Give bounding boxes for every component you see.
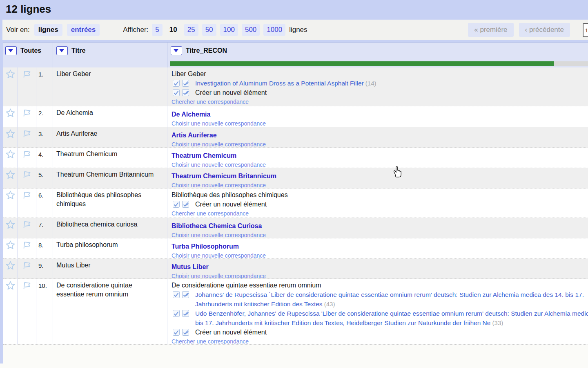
flag-cell: [18, 188, 36, 218]
flag-icon[interactable]: [22, 281, 31, 290]
flag-icon[interactable]: [22, 261, 31, 270]
match-this-checkbox[interactable]: [173, 291, 180, 298]
flag-icon[interactable]: [22, 191, 31, 200]
table-row: 8.Turba philosophorumTurba Philosophorum…: [3, 238, 588, 259]
flag-cell: [18, 238, 36, 258]
table-row: 10.De consideratione quintae essentiae r…: [3, 279, 588, 345]
page-size-500[interactable]: 500: [242, 24, 260, 36]
matched-entity-link[interactable]: Turba Philosophorum: [172, 242, 239, 251]
row-index: 2.: [36, 106, 53, 127]
star-icon[interactable]: [6, 281, 15, 290]
match-similar-checkbox[interactable]: [182, 201, 189, 208]
star-cell: [3, 127, 18, 147]
column-header-titre: Titre: [53, 43, 167, 67]
matched-entity-link[interactable]: Artis Auriferae: [172, 130, 217, 140]
matched-entity-link[interactable]: De Alchemia: [172, 110, 210, 119]
star-cell: [3, 218, 18, 238]
candidate-link[interactable]: Udo Benzenhöfer, Johannes' de Rupescissa…: [195, 310, 588, 326]
candidate-link[interactable]: Johannes' de Rupescissa `Liber de consid…: [195, 291, 584, 307]
previous-page-button[interactable]: ‹ précédente: [519, 23, 570, 37]
view-option-lignes[interactable]: lignes: [34, 24, 62, 36]
recon-cell: De consideratione quintae essentiae reru…: [167, 279, 588, 344]
match-similar-checkbox[interactable]: [182, 80, 189, 87]
match-similar-checkbox[interactable]: [182, 291, 189, 298]
match-this-checkbox[interactable]: [173, 310, 180, 317]
view-mode-options: lignesentrées: [30, 24, 100, 36]
choose-new-match-link[interactable]: Choisir une nouvelle correspondance: [172, 252, 588, 259]
create-new-item-row: Créer un nouvel élément: [172, 88, 588, 97]
table-row: 7.Bibliotheca chemica curiosaBibliotheca…: [3, 218, 588, 238]
star-icon[interactable]: [6, 240, 15, 249]
page-size-1000[interactable]: 1000: [263, 24, 285, 36]
choose-new-match-link[interactable]: Choisir une nouvelle correspondance: [172, 120, 588, 127]
search-match-link[interactable]: Chercher une correspondance: [172, 210, 588, 217]
search-match-link[interactable]: Chercher une correspondance: [172, 338, 588, 345]
view-option-entrées[interactable]: entrées: [67, 24, 100, 36]
flag-icon[interactable]: [22, 170, 31, 179]
recon-cell: Theatrum ChemicumChoisir une nouvelle co…: [167, 148, 588, 168]
choose-new-match-link[interactable]: Choisir une nouvelle correspondance: [172, 231, 588, 238]
page-size-5[interactable]: 5: [152, 24, 162, 36]
star-icon[interactable]: [6, 70, 15, 79]
match-this-checkbox[interactable]: [173, 201, 180, 208]
matched-entity-link[interactable]: Theatrum Chemicum: [172, 151, 236, 160]
page-size-25[interactable]: 25: [184, 24, 198, 36]
choose-new-match-link[interactable]: Choisir une nouvelle correspondance: [172, 161, 588, 168]
flag-icon[interactable]: [22, 150, 31, 159]
title-cell: Bibliothèque des philosophes chimiques: [53, 188, 167, 218]
match-this-checkbox[interactable]: [173, 329, 180, 336]
flag-cell: [18, 279, 36, 344]
page-size-100[interactable]: 100: [220, 24, 238, 36]
star-cell: [3, 188, 18, 218]
match-similar-checkbox[interactable]: [182, 310, 189, 317]
table-row: 3.Artis AuriferaeArtis AuriferaeChoisir …: [3, 127, 588, 148]
star-icon[interactable]: [6, 129, 15, 138]
page-size-10[interactable]: 10: [166, 24, 180, 36]
star-icon[interactable]: [6, 220, 15, 229]
matched-entity-link[interactable]: Mutus Liber: [172, 262, 209, 272]
flag-icon[interactable]: [22, 129, 31, 138]
recon-cell: De AlchemiaChoisir une nouvelle correspo…: [167, 106, 588, 127]
column-menu-button[interactable]: [171, 46, 182, 55]
choose-new-match-link[interactable]: Choisir une nouvelle correspondance: [172, 141, 588, 148]
column-menu-button[interactable]: [5, 46, 17, 55]
row-index: 10.: [36, 279, 53, 344]
candidate-text: Investigation of Aluminum Dross as a Pot…: [195, 79, 376, 88]
match-this-checkbox[interactable]: [173, 89, 180, 96]
row-index: 6.: [36, 188, 53, 218]
title-cell: Artis Auriferae: [53, 127, 167, 147]
candidate-text: Johannes' de Rupescissa `Liber de consid…: [195, 290, 588, 309]
flag-icon[interactable]: [22, 108, 31, 117]
candidate-link[interactable]: Investigation of Aluminum Dross as a Pot…: [195, 80, 364, 87]
flag-icon[interactable]: [22, 220, 31, 229]
star-icon[interactable]: [6, 170, 15, 179]
star-icon[interactable]: [6, 261, 15, 270]
search-match-link[interactable]: Chercher une correspondance: [172, 98, 588, 105]
matched-entity-link[interactable]: Bibliotheca Chemica Curiosa: [172, 221, 262, 231]
star-icon[interactable]: [6, 108, 15, 117]
match-this-checkbox[interactable]: [173, 80, 180, 87]
flag-icon[interactable]: [22, 70, 31, 79]
choose-new-match-link[interactable]: Choisir une nouvelle correspondance: [172, 272, 588, 279]
choose-new-match-link[interactable]: Choisir une nouvelle correspondance: [172, 182, 588, 188]
create-new-checkboxes: [173, 329, 192, 336]
recon-cell: Bibliotheca Chemica CuriosaChoisir une n…: [167, 218, 588, 238]
column-menu-button[interactable]: [56, 46, 68, 55]
star-cell: [3, 168, 18, 188]
mouse-cursor-hand: [392, 165, 403, 180]
page-size-50[interactable]: 50: [202, 24, 216, 36]
row-index: 9.: [36, 259, 53, 278]
star-icon[interactable]: [6, 191, 15, 200]
flag-icon[interactable]: [22, 240, 31, 249]
title-cell: Theatrum Chemicum Britannicum: [53, 168, 167, 188]
matched-entity-link[interactable]: Theatrum Chemicum Britannicum: [172, 171, 276, 181]
star-icon[interactable]: [6, 150, 15, 159]
column-header-titre_recon: Titre_RECON: [167, 43, 588, 67]
first-page-button[interactable]: « première: [468, 23, 513, 37]
title-cell: Bibliotheca chemica curiosa: [53, 218, 167, 238]
create-new-checkboxes: [173, 89, 192, 96]
reconciliation-progress-bar: [170, 61, 588, 66]
page-number-input[interactable]: 1: [583, 23, 588, 37]
match-similar-checkbox[interactable]: [182, 329, 189, 336]
match-similar-checkbox[interactable]: [182, 89, 189, 96]
